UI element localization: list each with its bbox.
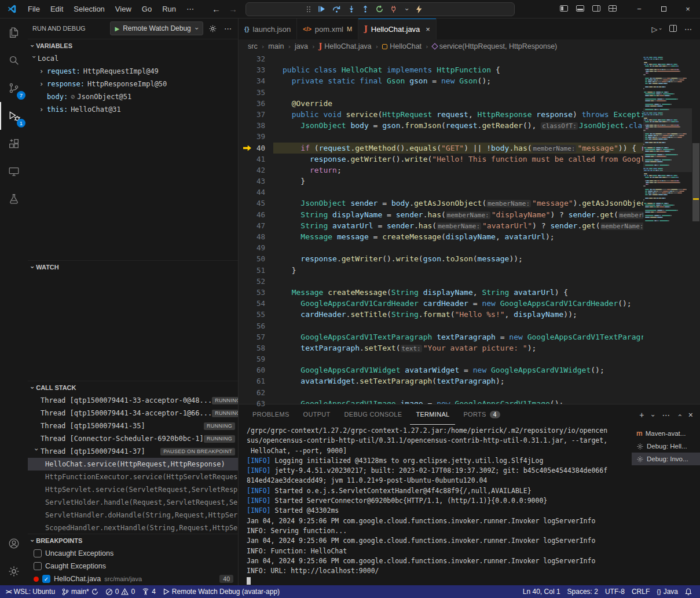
- variables-section-header[interactable]: › VARIABLES: [28, 39, 238, 52]
- status-problems[interactable]: 00: [102, 585, 138, 598]
- code-line[interactable]: Message message = createMessage(displayN…: [273, 231, 643, 242]
- code-line[interactable]: public void service(HttpRequest request,…: [273, 109, 643, 120]
- status-remote[interactable]: ><WSL: Ubuntu: [2, 585, 58, 598]
- tab-launch.json[interactable]: {}launch.json: [239, 19, 297, 39]
- tab-HelloChat.java[interactable]: JHelloChat.java×: [358, 19, 437, 39]
- code-line[interactable]: JsonObject sender = body.getAsJsonObject…: [273, 198, 643, 209]
- line-number[interactable]: 63: [239, 398, 273, 409]
- code-line[interactable]: @Override: [273, 98, 643, 109]
- code-line[interactable]: return;: [273, 165, 643, 176]
- activity-explorer[interactable]: [0, 19, 28, 46]
- code-line[interactable]: }: [273, 176, 643, 187]
- line-number[interactable]: 39: [239, 131, 273, 142]
- variable-row[interactable]: ›response:HttpResponseImpl@50: [28, 78, 238, 90]
- status-indentation[interactable]: Spaces: 2: [564, 585, 602, 598]
- more-actions-icon[interactable]: ⋯: [222, 24, 233, 33]
- chevron-up-button[interactable]: ›: [677, 410, 681, 420]
- status-notifications[interactable]: [681, 585, 695, 598]
- code-line[interactable]: cardHeader.setTitle(String.format("Hello…: [273, 309, 643, 320]
- breadcrumb-item[interactable]: JHelloChat.java: [319, 42, 372, 50]
- code-line[interactable]: [273, 387, 643, 398]
- continue-icon[interactable]: [318, 5, 325, 13]
- code-line[interactable]: [273, 187, 643, 198]
- scrollbar-thumb[interactable]: [692, 143, 699, 221]
- breadcrumb-item[interactable]: main: [268, 42, 284, 50]
- line-number[interactable]: 38: [239, 120, 273, 131]
- line-number[interactable]: 62: [239, 387, 273, 398]
- line-number[interactable]: 59: [239, 353, 273, 364]
- step-into-icon[interactable]: [348, 5, 355, 13]
- watch-section-header[interactable]: › WATCH: [28, 261, 238, 274]
- stack-frame[interactable]: ScopedHandler.nextHandle(String,Request,…: [28, 522, 238, 534]
- panel-tab-output[interactable]: OUTPUT: [298, 404, 336, 425]
- line-number[interactable]: 34: [239, 75, 273, 86]
- code-line[interactable]: [273, 53, 643, 64]
- line-number[interactable]: 32: [239, 53, 273, 64]
- menu-overflow[interactable]: ⋯: [181, 1, 199, 18]
- breakpoint-row[interactable]: Caught Exceptions: [28, 560, 238, 573]
- code-line[interactable]: if (request.getMethod().equals("GET") ||…: [273, 143, 643, 154]
- run-java-button[interactable]: ▷›: [652, 25, 662, 34]
- code-line[interactable]: String avatarUrl = sender.has(memberName…: [273, 220, 643, 231]
- start-debug-icon[interactable]: ▶: [115, 25, 119, 32]
- activity-search[interactable]: [0, 46, 28, 74]
- status-language-mode[interactable]: {}Java: [653, 585, 681, 598]
- line-number[interactable]: 43: [239, 176, 273, 187]
- code-line[interactable]: GoogleAppsCardV1CardHeader cardHeader = …: [273, 298, 643, 309]
- line-number[interactable]: 40: [239, 143, 273, 154]
- code-line[interactable]: [273, 131, 643, 142]
- start-debug-dropdown[interactable]: ▶ Remote Watch Debug ›: [110, 21, 203, 35]
- command-center[interactable]: ›: [245, 2, 515, 16]
- code-line[interactable]: GoogleAppsCardV1TextParagraph textParagr…: [273, 331, 643, 342]
- line-number[interactable]: 48: [239, 231, 273, 242]
- code-line[interactable]: JsonObject body = gson.fromJson(request.…: [273, 120, 643, 131]
- gear-icon[interactable]: [207, 24, 219, 33]
- line-number[interactable]: 54: [239, 298, 273, 309]
- code-content[interactable]: public class HelloChat implements HttpFu…: [273, 53, 643, 404]
- panel-tab-terminal[interactable]: TERMINAL: [410, 404, 455, 425]
- status-ports-forwarded[interactable]: 4: [138, 585, 159, 598]
- line-number[interactable]: 52: [239, 276, 273, 287]
- minimap[interactable]: [643, 53, 692, 404]
- callstack-thread[interactable]: ›Thread [qtp1500079441-35]RUNNING: [28, 420, 238, 432]
- minimize-button[interactable]: −: [627, 0, 651, 18]
- variable-row[interactable]: ›this:HelloChat@31: [28, 103, 238, 116]
- line-number[interactable]: 56: [239, 320, 273, 331]
- close-button[interactable]: ×: [676, 0, 700, 18]
- activity-accounts[interactable]: [0, 530, 28, 557]
- breadcrumb-item[interactable]: java: [295, 42, 308, 50]
- menu-file[interactable]: File: [23, 1, 45, 18]
- menu-edit[interactable]: Edit: [45, 1, 68, 18]
- checkbox[interactable]: [34, 549, 42, 557]
- stack-frame[interactable]: HttpFunctionExecutor.service(HttpServlet…: [28, 471, 238, 483]
- breakpoint-row[interactable]: ✓HelloChat.javasrc/main/java40: [28, 573, 238, 585]
- code-line[interactable]: String displayName = sender.has(memberNa…: [273, 209, 643, 220]
- activity-settings[interactable]: [0, 557, 28, 585]
- activity-testing[interactable]: [0, 185, 28, 213]
- breadcrumb-item[interactable]: HelloChat: [382, 42, 422, 50]
- activity-remote-explorer[interactable]: [0, 158, 28, 185]
- terminal-list-item[interactable]: Debug: Hell...: [632, 440, 700, 453]
- code-line[interactable]: [273, 242, 643, 253]
- code-line[interactable]: response.getWriter().write(gson.toJson(m…: [273, 253, 643, 264]
- code-line[interactable]: avatarWidget.setTextParagraph(textParagr…: [273, 375, 643, 386]
- stack-frame[interactable]: ServletHolder.handle(Request,ServletRequ…: [28, 496, 238, 509]
- chevron-down-icon[interactable]: ›: [405, 5, 409, 13]
- lazy-eval-icon[interactable]: ⊘: [71, 93, 75, 101]
- close-tab-icon[interactable]: ×: [426, 25, 430, 34]
- menu-view[interactable]: View: [110, 1, 137, 18]
- line-number[interactable]: 42: [239, 165, 273, 176]
- code-line[interactable]: textParagraph.setText(text:"Your avatar …: [273, 342, 643, 353]
- variable-row[interactable]: ›body:⊘JsonObject@51: [28, 90, 238, 103]
- code-line[interactable]: [273, 87, 643, 98]
- call-stack-section-header[interactable]: › CALL STACK: [28, 381, 238, 394]
- line-number[interactable]: 57: [239, 331, 273, 342]
- callstack-thread[interactable]: ›Thread [qtp1500079441-34-acceptor-1@66.…: [28, 407, 238, 420]
- back-arrow-icon[interactable]: ←: [212, 4, 221, 14]
- chevron-down-button[interactable]: ›: [651, 410, 655, 420]
- panel-tab-ports[interactable]: PORTS4: [457, 404, 505, 425]
- callstack-thread[interactable]: ›Thread [qtp1500079441-33-acceptor-0@48.…: [28, 394, 238, 407]
- menu-go[interactable]: Go: [137, 1, 157, 18]
- line-number[interactable]: 36: [239, 98, 273, 109]
- status-eol[interactable]: CRLF: [628, 585, 653, 598]
